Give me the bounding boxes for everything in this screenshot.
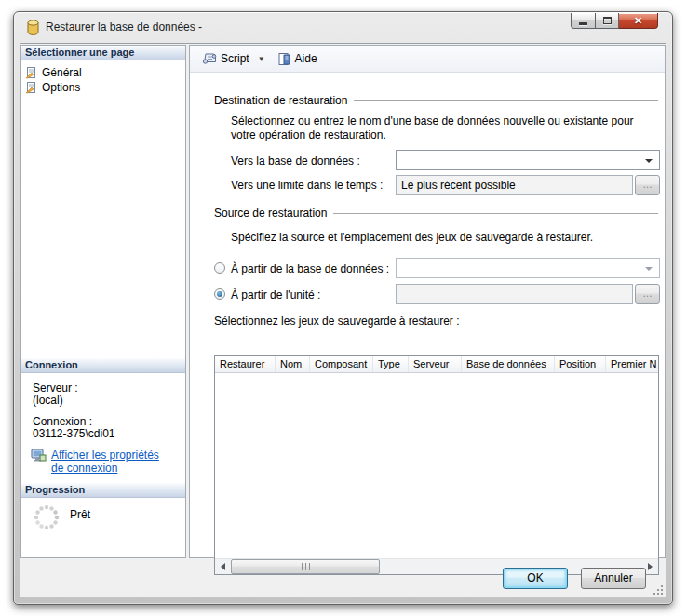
progress-header: Progression [21,483,185,498]
source-description: Spécifiez la source et l'emplacement des… [231,231,661,245]
script-dropdown-arrow-icon[interactable]: ▼ [258,55,265,63]
ok-button[interactable]: OK [503,568,568,589]
thumb-grip-icon [302,563,310,570]
server-label: Serveur : [33,382,78,395]
cancel-button[interactable]: Annuler [581,568,646,589]
maximize-button[interactable] [595,13,619,29]
connection-properties-icon [31,449,47,462]
connection-value: 03112-375\cdi01 [33,427,115,440]
source-header-label: Source de restauration [214,207,327,220]
to-time-browse-button[interactable]: ... [635,175,660,195]
from-database-label: À partir de la base de données : [231,262,389,275]
backup-sets-table: Restaurer Nom Composant Type Serveur Bas… [214,355,659,575]
chevron-down-icon [645,159,653,163]
scrollbar-thumb[interactable] [231,559,380,574]
to-time-label: Vers une limite dans le temps : [231,179,383,192]
connection-header: Connexion [21,358,185,373]
destination-header-label: Destination de restauration [214,94,347,107]
chevron-down-icon [645,267,653,271]
from-device-field[interactable] [396,284,633,304]
database-icon [27,20,39,35]
from-device-label: À partir de l'unité : [231,288,320,301]
backup-sets-label: Sélectionnez les jeux de sauvegarde à re… [214,315,460,328]
server-value: (local) [33,394,63,407]
group-rule [333,213,658,214]
dialog-client-area: Sélectionner une page Général [20,43,666,597]
sidebar-item-general[interactable]: Général [25,64,82,80]
page-selector-panel: Sélectionner une page Général [20,45,186,558]
resize-grip[interactable] [652,583,664,596]
minimize-icon [579,22,587,25]
titlebar[interactable]: Restaurer la base de données - ✕ [14,12,672,43]
column-header[interactable]: Type [373,356,409,372]
column-header[interactable]: Composant [310,356,373,372]
toolbar: Script ▼ Aide [190,46,665,73]
connection-section: Connexion [21,358,185,373]
scroll-left-button[interactable] [215,559,231,574]
connection-label: Connexion : [33,415,92,428]
group-rule [354,100,658,101]
to-time-field[interactable]: Le plus récent possible [396,175,633,195]
view-connection-properties-link[interactable]: Afficher les propriétés de connexion [31,449,180,475]
page-icon [25,66,38,79]
close-icon: ✕ [634,14,642,28]
from-device-browse-button[interactable]: ... [635,284,660,304]
column-header[interactable]: Position [555,356,606,372]
screenshot-root: Restaurer la base de données - ✕ Sélecti… [0,0,687,616]
progress-status: Prêt [70,508,90,521]
sidebar-item-label: Général [42,65,82,80]
column-header[interactable]: Base de données [462,356,555,372]
progress-spinner-icon [33,503,61,531]
sidebar-item-options[interactable]: Options [25,79,80,95]
restore-database-dialog: Restaurer la base de données - ✕ Sélecti… [13,11,673,605]
destination-description: Sélectionnez ou entrez le nom d'une base… [231,114,661,142]
table-header-row: Restaurer Nom Composant Type Serveur Bas… [215,356,658,373]
link-label: Afficher les propriétés de connexion [51,449,174,475]
sidebar-item-label: Options [42,80,80,95]
column-header[interactable]: Nom [276,356,310,372]
pages-header: Sélectionner une page [21,46,185,60]
close-button[interactable]: ✕ [619,13,658,29]
arrow-left-icon [221,563,225,570]
arrow-right-icon [648,563,653,570]
help-label: Aide [295,52,317,65]
help-icon [277,52,291,66]
column-header[interactable]: Restaurer [215,356,276,372]
general-page: Destination de restauration Sélectionnez… [190,74,665,557]
to-database-combobox[interactable] [396,150,660,170]
destination-group-header: Destination de restauration [214,94,658,107]
from-device-radio[interactable] [214,288,225,300]
maximize-icon [603,17,612,24]
column-header[interactable]: Premier N [606,356,658,372]
page-icon [25,81,38,94]
source-group-header: Source de restauration [214,207,658,220]
minimize-button[interactable] [571,13,595,29]
from-database-radio[interactable] [214,262,225,274]
to-database-label: Vers la base de données : [231,154,360,167]
from-database-combobox[interactable] [396,258,660,278]
script-label: Script [221,52,249,65]
progress-section: Progression [21,483,185,498]
script-icon [202,52,217,66]
window-title: Restaurer la base de données - [46,12,202,43]
main-panel: Script ▼ Aide Destin [189,45,666,558]
help-button[interactable]: Aide [273,50,322,68]
script-button[interactable]: Script [197,50,254,68]
column-header[interactable]: Serveur [409,356,462,372]
